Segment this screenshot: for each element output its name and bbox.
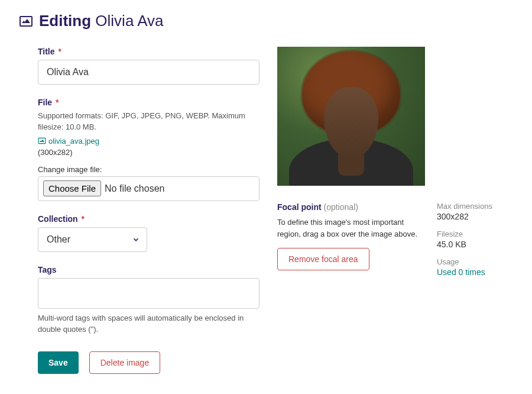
filesize-value: 45.0 KB xyxy=(437,240,492,249)
no-file-chosen-text: No file chosen xyxy=(105,183,164,194)
title-input[interactable] xyxy=(38,60,259,85)
page-title: Editing Olivia Ava xyxy=(39,12,163,30)
title-field-group: Title * xyxy=(38,47,259,85)
required-mark: * xyxy=(56,98,59,107)
change-file-label: Change image file: xyxy=(38,165,259,174)
file-label: File * xyxy=(38,98,259,107)
metadata-column: Max dimensions 300x282 Filesize 45.0 KB … xyxy=(437,47,492,277)
filesize-label: Filesize xyxy=(437,230,492,238)
optional-text: (optional) xyxy=(324,202,358,212)
action-buttons: Save Delete image xyxy=(38,351,259,374)
focal-point-label: Focal point (optional) xyxy=(277,202,425,212)
collection-select[interactable]: Other xyxy=(38,227,147,252)
focal-column: Focal point (optional) To define this im… xyxy=(277,47,425,270)
tags-field-group: Tags Multi-word tags with spaces will au… xyxy=(38,265,259,335)
image-name: Olivia Ava xyxy=(95,12,163,30)
collection-field-group: Collection * Other xyxy=(38,214,259,252)
save-button[interactable]: Save xyxy=(38,351,79,374)
title-label: Title * xyxy=(38,47,259,56)
usage-label: Usage xyxy=(437,257,492,266)
image-preview[interactable] xyxy=(277,47,425,186)
focal-point-help: To define this image's most important re… xyxy=(277,217,425,240)
form-column: Title * File * Supported formats: GIF, J… xyxy=(38,47,259,374)
required-mark: * xyxy=(58,47,61,56)
tags-label: Tags xyxy=(38,265,259,274)
image-icon xyxy=(38,137,46,145)
delete-image-button[interactable]: Delete image xyxy=(89,351,161,374)
page-header: Editing Olivia Ava xyxy=(19,12,513,30)
tags-input[interactable] xyxy=(38,278,259,309)
tags-help-text: Multi-word tags with spaces will automat… xyxy=(38,313,259,335)
file-help-text: Supported formats: GIF, JPG, JPEG, PNG, … xyxy=(38,111,259,133)
file-chooser[interactable]: Choose File No file chosen xyxy=(38,176,259,201)
choose-file-button[interactable]: Choose File xyxy=(43,180,101,196)
remove-focal-area-button[interactable]: Remove focal area xyxy=(277,248,369,270)
current-file-link[interactable]: olivia_ava.jpeg xyxy=(48,137,99,146)
editing-label: Editing xyxy=(39,12,91,30)
image-icon xyxy=(19,14,33,28)
required-mark: * xyxy=(82,214,85,224)
usage-link[interactable]: Used 0 times xyxy=(437,267,492,277)
max-dimensions-label: Max dimensions xyxy=(437,202,492,211)
file-dimensions: (300x282) xyxy=(38,148,259,157)
max-dimensions-value: 300x282 xyxy=(437,212,492,221)
current-file-row: olivia_ava.jpeg xyxy=(38,137,259,146)
file-field-group: File * Supported formats: GIF, JPG, JPEG… xyxy=(38,98,259,201)
collection-label: Collection * xyxy=(38,214,259,224)
